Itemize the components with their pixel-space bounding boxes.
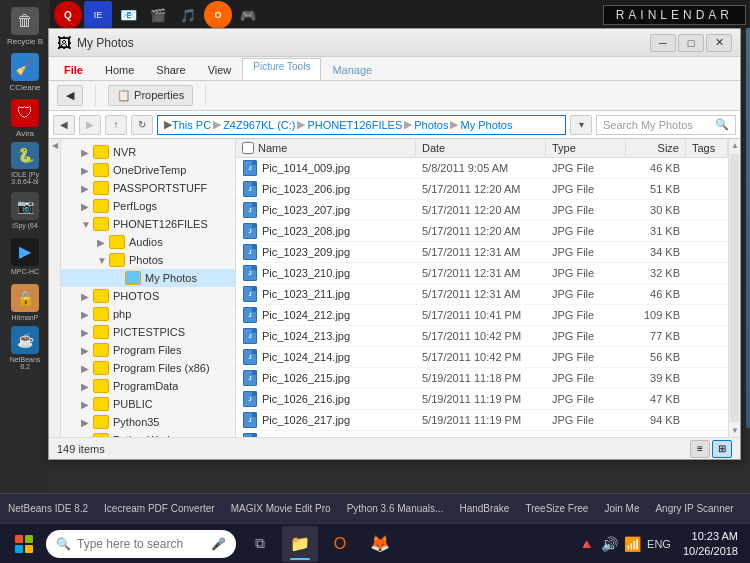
- tab-share[interactable]: Share: [145, 59, 196, 80]
- ccleaner-icon[interactable]: 🧹 CCleane: [3, 50, 47, 94]
- sidebar-item-passportstuff[interactable]: ▶ PASSPORTSTUFF: [61, 179, 235, 197]
- list-view-btn[interactable]: ≡: [690, 440, 710, 458]
- sidebar-item-audios[interactable]: ▶ Audios: [61, 233, 235, 251]
- top-icon-5[interactable]: 🎵: [174, 1, 202, 29]
- shortcut-angryip[interactable]: Angry IP Scanner: [655, 503, 733, 514]
- table-row[interactable]: J Pic_1023_208.jpg 5/17/2011 12:20 AM JP…: [236, 221, 728, 242]
- task-view-btn[interactable]: ⧉: [242, 526, 278, 562]
- tab-manage[interactable]: Manage: [321, 59, 383, 80]
- firefox-taskbar-btn[interactable]: 🦊: [362, 526, 398, 562]
- shortcut-python-manuals[interactable]: Python 3.6 Manuals...: [347, 503, 444, 514]
- top-icon-4[interactable]: 🎬: [144, 1, 172, 29]
- language-indicator[interactable]: ENG: [645, 536, 673, 552]
- sidebar-item-pictestpics[interactable]: ▶ PICTESTPICS: [61, 323, 235, 341]
- shortcut-treesize[interactable]: TreeSize Free: [525, 503, 588, 514]
- forward-button[interactable]: ▶: [79, 115, 101, 135]
- col-header-type[interactable]: Type: [546, 139, 626, 157]
- top-icon-6[interactable]: O: [204, 1, 232, 29]
- taskbar-search-input[interactable]: [77, 537, 205, 551]
- system-clock[interactable]: 10:23 AM 10/26/2018: [679, 529, 742, 558]
- wifi-icon[interactable]: 📶: [622, 534, 643, 554]
- shortcut-handbrake[interactable]: HandBrake: [459, 503, 509, 514]
- file-icon: J: [242, 349, 258, 365]
- top-icon-3[interactable]: 📧: [114, 1, 142, 29]
- start-button[interactable]: [4, 526, 44, 562]
- sidebar-item-public[interactable]: ▶ PUBLIC: [61, 395, 235, 413]
- sidebar-item-programfiles-x86[interactable]: ▶ Program Files (x86): [61, 359, 235, 377]
- address-dropdown[interactable]: ▾: [570, 115, 592, 135]
- maximize-button[interactable]: □: [678, 34, 704, 52]
- col-header-size[interactable]: Size: [626, 139, 686, 157]
- scroll-up-btn[interactable]: ▲: [729, 139, 740, 152]
- sidebar-item-phonet126files[interactable]: ▼ PHONET126FILES: [61, 215, 235, 233]
- tab-view[interactable]: View: [197, 59, 243, 80]
- table-row[interactable]: J Pic_1023_211.jpg 5/17/2011 12:31 AM JP…: [236, 284, 728, 305]
- sidebar-item-photos[interactable]: ▼ Photos: [61, 251, 235, 269]
- avira-icon[interactable]: 🛡 Avira: [3, 96, 47, 140]
- ribbon-properties-btn[interactable]: 📋 Properties: [108, 85, 193, 106]
- expand-icon: ▶: [81, 327, 93, 338]
- sidebar-item-python35[interactable]: ▶ Python35: [61, 413, 235, 431]
- table-row[interactable]: J Pic_1023_206.jpg 5/17/2011 12:20 AM JP…: [236, 179, 728, 200]
- table-row[interactable]: J Pic_1026_215.jpg 5/19/2011 11:18 PM JP…: [236, 368, 728, 389]
- minimize-button[interactable]: ─: [650, 34, 676, 52]
- table-row[interactable]: J Pic_1026_217.jpg 5/19/2011 11:19 PM JP…: [236, 410, 728, 431]
- col-header-name[interactable]: Name: [236, 139, 416, 157]
- table-row[interactable]: J Pic_1023_207.jpg 5/17/2011 12:20 AM JP…: [236, 200, 728, 221]
- sidebar-item-perflogs[interactable]: ▶ PerfLogs: [61, 197, 235, 215]
- sidebar-item-onedrivetemp[interactable]: ▶ OneDriveTemp: [61, 161, 235, 179]
- table-row[interactable]: J Pic_1024_214.jpg 5/17/2011 10:42 PM JP…: [236, 347, 728, 368]
- shortcut-joinme[interactable]: Join Me: [604, 503, 639, 514]
- shortcut-icecream[interactable]: Icecream PDF Converter: [104, 503, 215, 514]
- netbeans-left-icon[interactable]: ☕ NetBeans8.2: [3, 326, 47, 370]
- scroll-thumb[interactable]: [730, 154, 739, 422]
- sidebar-item-myphotos[interactable]: My Photos: [61, 269, 235, 287]
- sidebar-item-nvr[interactable]: ▶ NVR: [61, 143, 235, 161]
- table-row[interactable]: J Pic_1023_210.jpg 5/17/2011 12:31 AM JP…: [236, 263, 728, 284]
- table-row[interactable]: J Pic_1023_209.jpg 5/17/2011 12:31 AM JP…: [236, 242, 728, 263]
- opera-taskbar-btn[interactable]: O: [322, 526, 358, 562]
- mpc-hc-icon[interactable]: ▶ MPC-HC: [3, 234, 47, 278]
- shortcut-netbeans[interactable]: NetBeans IDE 8.2: [8, 503, 88, 514]
- volume-icon[interactable]: 🔊: [599, 534, 620, 554]
- detail-view-btn[interactable]: ⊞: [712, 440, 732, 458]
- sidebar-collapse-btn[interactable]: ◀: [52, 141, 58, 150]
- search-box[interactable]: Search My Photos 🔍: [596, 115, 736, 135]
- sidebar: ▶ NVR ▶ OneDriveTemp ▶ PASSPORTSTUFF ▶: [61, 139, 236, 437]
- col-header-tags[interactable]: Tags: [686, 139, 728, 157]
- shortcut-magix[interactable]: MAGIX Movie Edit Pro: [231, 503, 331, 514]
- right-scrollbar[interactable]: ▲ ▼: [728, 139, 740, 437]
- col-header-date[interactable]: Date: [416, 139, 546, 157]
- idle-python-icon[interactable]: 🐍 IDLE (Py3.6.64-bi: [3, 142, 47, 186]
- select-all-checkbox[interactable]: [242, 142, 254, 154]
- table-row[interactable]: J Pic_1024_213.jpg 5/17/2011 10:42 PM JP…: [236, 326, 728, 347]
- sidebar-item-php[interactable]: ▶ php: [61, 305, 235, 323]
- tab-home[interactable]: Home: [94, 59, 145, 80]
- ispy-icon[interactable]: 📷 iSpy (64: [3, 188, 47, 232]
- microphone-icon[interactable]: 🎤: [211, 537, 226, 551]
- sidebar-item-programdata[interactable]: ▶ ProgramData: [61, 377, 235, 395]
- tab-file[interactable]: File: [53, 59, 94, 80]
- address-path[interactable]: ▶ This PC ▶ Z4Z967KL (C:) ▶ PHONET126FIL…: [157, 115, 566, 135]
- network-icon[interactable]: 🔺: [576, 534, 597, 554]
- table-row[interactable]: J Pic_1024_212.jpg 5/17/2011 10:41 PM JP…: [236, 305, 728, 326]
- scroll-down-btn[interactable]: ▼: [729, 424, 740, 437]
- hitmanpro-icon[interactable]: 🔒 HitmanP: [3, 280, 47, 324]
- sidebar-item-photos2[interactable]: ▶ PHOTOS: [61, 287, 235, 305]
- top-icon-7[interactable]: 🎮: [234, 1, 262, 29]
- table-row[interactable]: J Pic_1014_009.jpg 5/8/2011 9:05 AM JPG …: [236, 158, 728, 179]
- sidebar-item-programfiles[interactable]: ▶ Program Files: [61, 341, 235, 359]
- back-button[interactable]: ◀: [53, 115, 75, 135]
- recycle-bin-icon[interactable]: 🗑 Recycle B: [3, 4, 47, 48]
- file-icon: J: [242, 328, 258, 344]
- tab-picture-tools[interactable]: Picture Tools: [242, 58, 321, 80]
- refresh-button[interactable]: ↻: [131, 115, 153, 135]
- taskbar-search[interactable]: 🔍 🎤: [46, 530, 236, 558]
- close-button[interactable]: ✕: [706, 34, 732, 52]
- up-button[interactable]: ↑: [105, 115, 127, 135]
- top-icon-1[interactable]: Q: [54, 1, 82, 29]
- top-icon-2[interactable]: IE: [84, 1, 112, 29]
- ribbon-back-btn[interactable]: ◀: [57, 85, 83, 106]
- file-explorer-taskbar-btn[interactable]: 📁: [282, 526, 318, 562]
- table-row[interactable]: J Pic_1026_216.jpg 5/19/2011 11:19 PM JP…: [236, 389, 728, 410]
